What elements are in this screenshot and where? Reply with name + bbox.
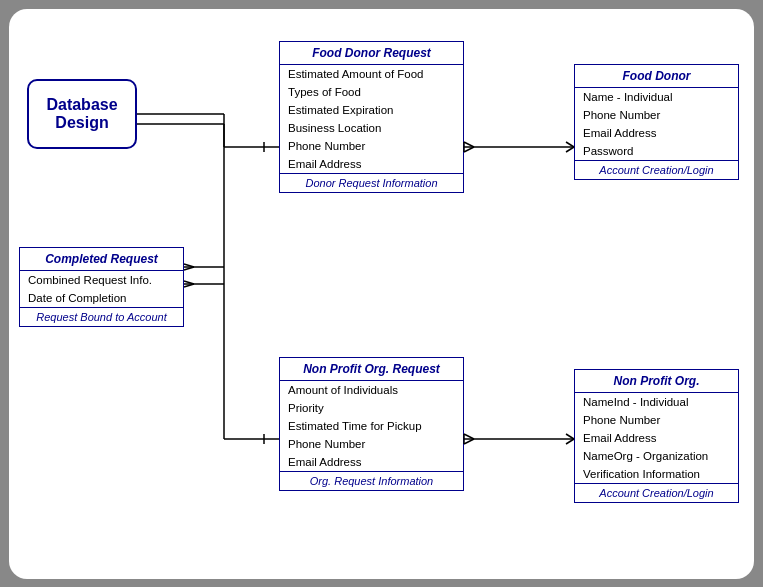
npr-row-1: Amount of Individuals — [280, 381, 463, 399]
food-donor-request-body: Estimated Amount of Food Types of Food E… — [280, 65, 463, 173]
svg-line-27 — [566, 439, 574, 444]
non-profit-org-box: Non Profit Org. NameInd - Individual Pho… — [574, 369, 739, 503]
completed-request-header: Completed Request — [20, 248, 183, 271]
food-donor-box: Food Donor Name - Individual Phone Numbe… — [574, 64, 739, 180]
non-profit-request-footer: Org. Request Information — [280, 471, 463, 490]
npr-row-5: Email Address — [280, 453, 463, 471]
fdr-row-5: Phone Number — [280, 137, 463, 155]
non-profit-org-footer: Account Creation/Login — [575, 483, 738, 502]
npo-row-1: NameInd - Individual — [575, 393, 738, 411]
fd-row-2: Phone Number — [575, 106, 738, 124]
fd-row-3: Email Address — [575, 124, 738, 142]
svg-line-16 — [464, 147, 474, 152]
completed-request-box: Completed Request Combined Request Info.… — [19, 247, 184, 327]
svg-line-10 — [184, 267, 194, 270]
svg-line-22 — [464, 434, 474, 439]
npo-row-5: Verification Information — [575, 465, 738, 483]
fdr-row-1: Estimated Amount of Food — [280, 65, 463, 83]
svg-line-13 — [184, 284, 194, 287]
db-title: DatabaseDesign — [27, 79, 137, 149]
completed-request-footer: Request Bound to Account — [20, 307, 183, 326]
non-profit-request-header: Non Profit Org. Request — [280, 358, 463, 381]
npo-row-2: Phone Number — [575, 411, 738, 429]
svg-line-15 — [464, 142, 474, 147]
npr-row-2: Priority — [280, 399, 463, 417]
food-donor-request-header: Food Donor Request — [280, 42, 463, 65]
food-donor-request-box: Food Donor Request Estimated Amount of F… — [279, 41, 464, 193]
cr-row-1: Combined Request Info. — [20, 271, 183, 289]
canvas: DatabaseDesign Food Donor Request Estima… — [9, 9, 754, 579]
fd-row-4: Password — [575, 142, 738, 160]
fdr-row-6: Email Address — [280, 155, 463, 173]
food-donor-body: Name - Individual Phone Number Email Add… — [575, 88, 738, 160]
svg-line-9 — [184, 264, 194, 267]
completed-request-body: Combined Request Info. Date of Completio… — [20, 271, 183, 307]
npr-row-4: Phone Number — [280, 435, 463, 453]
svg-line-23 — [464, 439, 474, 444]
svg-line-12 — [184, 281, 194, 284]
food-donor-request-footer: Donor Request Information — [280, 173, 463, 192]
npr-row-3: Estimated Time for Pickup — [280, 417, 463, 435]
fdr-row-3: Estimated Expiration — [280, 101, 463, 119]
food-donor-header: Food Donor — [575, 65, 738, 88]
non-profit-request-box: Non Profit Org. Request Amount of Indivi… — [279, 357, 464, 491]
non-profit-request-body: Amount of Individuals Priority Estimated… — [280, 381, 463, 471]
svg-line-20 — [566, 147, 574, 152]
fd-row-1: Name - Individual — [575, 88, 738, 106]
fdr-row-2: Types of Food — [280, 83, 463, 101]
svg-line-19 — [566, 142, 574, 147]
non-profit-org-body: NameInd - Individual Phone Number Email … — [575, 393, 738, 483]
food-donor-footer: Account Creation/Login — [575, 160, 738, 179]
cr-row-2: Date of Completion — [20, 289, 183, 307]
fdr-row-4: Business Location — [280, 119, 463, 137]
non-profit-org-header: Non Profit Org. — [575, 370, 738, 393]
npo-row-4: NameOrg - Organization — [575, 447, 738, 465]
svg-line-26 — [566, 434, 574, 439]
npo-row-3: Email Address — [575, 429, 738, 447]
